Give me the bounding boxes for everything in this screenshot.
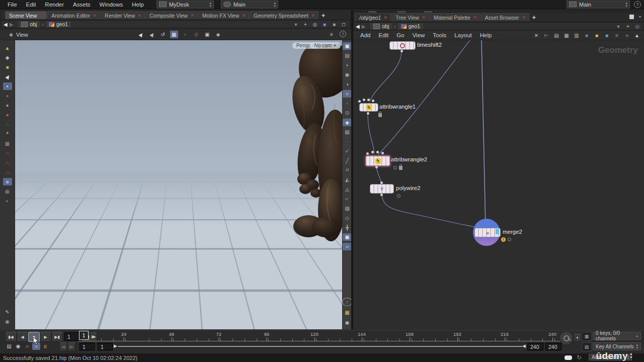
keyframe-status-icon[interactable]: ▦ (582, 332, 592, 341)
jump-up-icon[interactable]: ▲ (633, 32, 641, 39)
node-input-dot[interactable] (376, 151, 379, 153)
message-bubble-icon[interactable] (565, 355, 572, 360)
camera-view-icon[interactable]: ◉ (343, 319, 352, 326)
lamp-display-icon[interactable]: ○ (343, 243, 352, 250)
blue-cube-tool-icon[interactable]: ■ (3, 178, 12, 186)
breadcrumb-obj[interactable]: obj (18, 21, 40, 28)
forward-arrow-icon[interactable]: ▶ (362, 24, 366, 29)
point-markers-icon[interactable]: ╱ (343, 157, 352, 164)
target-tool-icon[interactable]: ◎ (3, 188, 12, 195)
view-state-icon[interactable]: ◈ (7, 31, 15, 38)
refresh-icon[interactable]: ↻ (577, 354, 582, 361)
select-geometry-icon[interactable]: ▶ (146, 29, 157, 40)
lock-view-icon[interactable]: ▪ (343, 61, 352, 69)
menu-assets[interactable]: Assets (68, 1, 95, 8)
tab-animation-editor[interactable]: Animation Editor (47, 11, 100, 19)
node-merge2[interactable]: » (474, 228, 501, 237)
flipbook-icon[interactable]: ▣ (203, 31, 211, 38)
link-target-icon[interactable]: ◎ (311, 21, 319, 28)
node-output-dot[interactable] (400, 50, 403, 52)
tab-scene-view[interactable]: Scene View (5, 11, 47, 19)
snap-mode-icon[interactable]: ▦ (170, 31, 178, 38)
bypass-badge-icon[interactable] (397, 194, 400, 198)
net-menu-tools[interactable]: Tools (429, 32, 450, 38)
scene-viewport[interactable]: Persp ▼ No cam ▼ (15, 40, 342, 329)
new-tab-button[interactable]: + (319, 12, 328, 19)
breadcrumb-geo1[interactable]: geo1 (398, 23, 423, 30)
tab-asset-browser[interactable]: Asset Browser (481, 13, 529, 21)
net-menu-go[interactable]: Go (392, 32, 408, 38)
jump-to-start-button[interactable]: ▮◀ (5, 332, 17, 342)
node-label[interactable]: attribwrangle1 (379, 104, 416, 110)
checker-display-icon[interactable]: ▨ (343, 205, 352, 212)
play-backward-button[interactable]: ◀ (17, 332, 28, 342)
node-attribwrangle1[interactable]: ϟ (359, 103, 378, 112)
collapse-icon[interactable]: ▴ (636, 334, 638, 338)
tab-close-icon[interactable] (243, 14, 245, 17)
menu-help[interactable]: Help (127, 1, 148, 8)
global-end-field[interactable]: 240 (545, 343, 561, 350)
tab-render-view[interactable]: Render View (101, 11, 145, 19)
range-right-handle[interactable]: ◀ (522, 343, 526, 348)
node-input-dot[interactable] (380, 182, 383, 184)
new-tab-button[interactable]: + (530, 14, 539, 21)
context-help-icon[interactable]: ? (634, 1, 641, 8)
menu-edit[interactable]: Edit (22, 1, 41, 8)
points-display-icon[interactable]: ∙ (343, 138, 352, 145)
range-left-handle[interactable]: ▶ (114, 343, 117, 348)
grab-tool-icon[interactable]: ● (3, 111, 12, 119)
node-label[interactable]: merge2 (503, 229, 522, 235)
range-next-button[interactable]: ▮▶ (67, 342, 75, 351)
list-mode-icon[interactable]: ▤ (552, 32, 560, 39)
network-box-icon[interactable]: ≡ (613, 32, 621, 39)
node-label[interactable]: timeshift2 (417, 42, 442, 48)
range-slider-track[interactable] (118, 346, 522, 347)
wireframe-icon[interactable]: ▧ (343, 128, 352, 136)
tab-close-icon[interactable] (312, 14, 314, 17)
bypass-badge-icon[interactable] (393, 166, 397, 169)
visualizer-icon[interactable]: ◇ (343, 214, 352, 222)
tab-close-icon[interactable] (474, 16, 476, 19)
spinner-icon[interactable]: ▴▾ (274, 2, 276, 8)
forward-arrow-icon[interactable]: ▶ (10, 22, 14, 27)
key-options-dropdown[interactable]: ▾ (574, 334, 581, 341)
menu-render[interactable]: Render (40, 1, 68, 8)
pen-annotate-icon[interactable]: ✎ (3, 308, 12, 316)
snapshot-icon[interactable]: ▤ (343, 52, 352, 59)
right-shelf-selector[interactable]: Main ▴▾ (567, 1, 630, 9)
tab-close-icon[interactable] (423, 16, 425, 19)
background-image-icon[interactable]: ■ (603, 32, 611, 39)
splitter-handle[interactable] (368, 11, 376, 13)
desktop-selector[interactable]: MyDesk ▴▾ (156, 1, 214, 9)
render-disabled-icon[interactable]: ⊘ (192, 31, 200, 38)
headlight-icon[interactable]: ◦ (343, 100, 352, 107)
spinner-icon[interactable]: ▴▾ (625, 2, 627, 8)
jump-to-end-button[interactable]: ▶▮ (51, 332, 63, 342)
pin-icon[interactable]: + (624, 23, 632, 30)
shading-diamond-tool-icon[interactable]: ◆ (3, 54, 12, 61)
net-menu-view[interactable]: View (409, 32, 429, 38)
geometry-box-tool-icon[interactable]: ■ (3, 63, 12, 71)
prim-numbers-icon[interactable]: ◬ (343, 186, 352, 193)
show-displayed-node-icon[interactable]: ■ (320, 21, 329, 28)
path-dropdown-icon[interactable]: ▾ (292, 21, 300, 28)
net-menu-add[interactable]: Add (356, 32, 374, 38)
render-settings-icon[interactable]: ◈ (214, 31, 222, 38)
find-node-icon[interactable]: ○ (623, 32, 631, 39)
net-menu-layout[interactable]: Layout (450, 32, 476, 38)
view-camera-icon[interactable]: ▣ (343, 42, 352, 50)
white-square-icon[interactable]: □ (340, 21, 348, 28)
profile-ruler-icon[interactable]: ⌐ (343, 195, 352, 203)
tab-close-icon[interactable] (191, 14, 194, 17)
select-mode-icon[interactable]: ▶ (135, 29, 146, 40)
sticky-note-icon[interactable]: ■ (593, 32, 601, 39)
tab-close-icon[interactable] (94, 14, 96, 17)
node-attribwrangle2[interactable]: ϟ (365, 155, 390, 166)
pin-icon[interactable]: + (301, 21, 309, 28)
scoped-channels-icon[interactable]: ▧ (582, 342, 592, 351)
prim-normals-icon[interactable]: ◭ (343, 176, 352, 184)
display-options-icon[interactable]: ≡ (328, 31, 336, 38)
key-all-channels-selector[interactable]: Key All Channels ▴▾ (593, 342, 641, 350)
viewport-help-icon[interactable]: ? (340, 31, 346, 37)
view-loop-icon[interactable]: ↺ (159, 31, 167, 38)
